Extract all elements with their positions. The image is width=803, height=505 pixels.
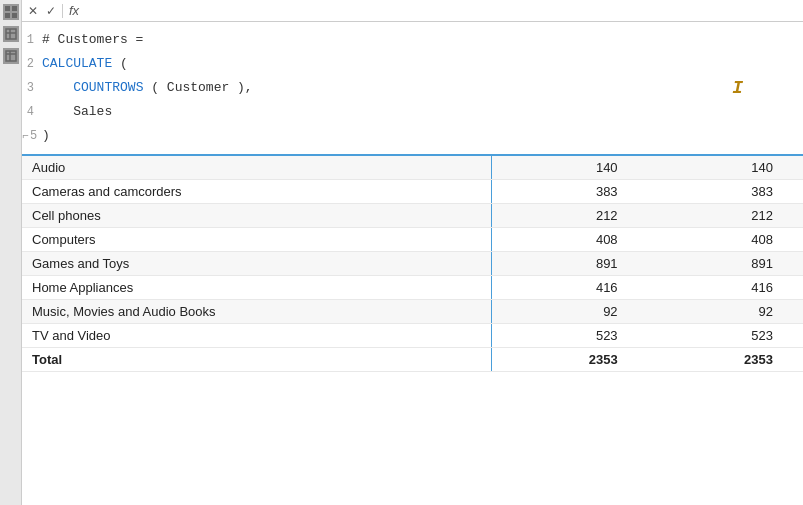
svg-rect-4 bbox=[6, 29, 16, 39]
svg-rect-7 bbox=[6, 51, 16, 61]
category-cell: TV and Video bbox=[22, 324, 491, 348]
line-num-3: 3 bbox=[22, 78, 42, 98]
col2-cell: 891 bbox=[491, 252, 648, 276]
col2-cell: 92 bbox=[491, 300, 648, 324]
svg-rect-1 bbox=[12, 6, 17, 11]
table-row: Music, Movies and Audio Books 92 92 bbox=[22, 300, 803, 324]
line3-rest: ( Customer ), bbox=[143, 77, 252, 99]
cursor-marker: I bbox=[732, 78, 743, 98]
main-content: ✕ ✓ fx 1 # Customers = 2 CALCULATE ( 3 C… bbox=[22, 0, 803, 505]
line-num-1: 1 bbox=[22, 30, 42, 50]
formula-bar-divider bbox=[62, 4, 63, 18]
line-num-4: 4 bbox=[22, 102, 42, 122]
formula-bar: ✕ ✓ fx bbox=[22, 0, 803, 22]
col3-cell: 212 bbox=[648, 204, 803, 228]
line2-rest: ( bbox=[112, 53, 128, 75]
keyword-calculate: CALCULATE bbox=[42, 53, 112, 75]
total-row: Total 2353 2353 bbox=[22, 348, 803, 372]
code-line-1: 1 # Customers = bbox=[22, 28, 803, 52]
sidebar bbox=[0, 0, 22, 505]
data-table: Audio 140 140 Cameras and camcorders 383… bbox=[22, 156, 803, 372]
grid2-icon[interactable] bbox=[3, 26, 19, 42]
confirm-icon[interactable]: ✓ bbox=[44, 4, 58, 18]
line4-content: Sales bbox=[73, 101, 112, 123]
table-row: TV and Video 523 523 bbox=[22, 324, 803, 348]
line-bracket-5: ⌐ bbox=[22, 127, 30, 146]
code-line-4: 4 Sales bbox=[22, 100, 803, 124]
table-row: Cameras and camcorders 383 383 bbox=[22, 180, 803, 204]
table-row: Games and Toys 891 891 bbox=[22, 252, 803, 276]
col2-cell: 383 bbox=[491, 180, 648, 204]
svg-rect-2 bbox=[5, 13, 10, 18]
col3-cell: 383 bbox=[648, 180, 803, 204]
code-line-5: ⌐ 5 ) bbox=[22, 124, 803, 148]
code-line-3: 3 COUNTROWS ( Customer ), bbox=[22, 76, 803, 100]
category-cell: Cell phones bbox=[22, 204, 491, 228]
line3-indent bbox=[42, 77, 73, 99]
col2-cell: 212 bbox=[491, 204, 648, 228]
line-num-2: 2 bbox=[22, 54, 42, 74]
col3-cell: 891 bbox=[648, 252, 803, 276]
fx-icon: fx bbox=[67, 3, 81, 18]
category-cell: Cameras and camcorders bbox=[22, 180, 491, 204]
table-row: Audio 140 140 bbox=[22, 156, 803, 180]
table-row: Cell phones 212 212 bbox=[22, 204, 803, 228]
line5-content: ) bbox=[42, 125, 50, 147]
col3-cell: 523 bbox=[648, 324, 803, 348]
table-icon[interactable] bbox=[3, 48, 19, 64]
function-countrows: COUNTROWS bbox=[73, 77, 143, 99]
category-cell: Audio bbox=[22, 156, 491, 180]
table-row: Home Appliances 416 416 bbox=[22, 276, 803, 300]
total-col2: 2353 bbox=[491, 348, 648, 372]
line4-indent bbox=[42, 101, 73, 123]
data-table-container: Audio 140 140 Cameras and camcorders 383… bbox=[22, 156, 803, 505]
category-cell: Games and Toys bbox=[22, 252, 491, 276]
category-cell: Home Appliances bbox=[22, 276, 491, 300]
cancel-icon[interactable]: ✕ bbox=[26, 4, 40, 18]
col3-cell: 408 bbox=[648, 228, 803, 252]
col3-cell: 416 bbox=[648, 276, 803, 300]
grid-icon[interactable] bbox=[3, 4, 19, 20]
svg-rect-3 bbox=[12, 13, 17, 18]
total-label: Total bbox=[22, 348, 491, 372]
total-col3: 2353 bbox=[648, 348, 803, 372]
code-line-2: 2 CALCULATE ( bbox=[22, 52, 803, 76]
category-cell: Computers bbox=[22, 228, 491, 252]
col2-cell: 523 bbox=[491, 324, 648, 348]
col2-cell: 416 bbox=[491, 276, 648, 300]
col3-cell: 140 bbox=[648, 156, 803, 180]
line-content-1: # Customers = bbox=[42, 29, 143, 51]
svg-rect-0 bbox=[5, 6, 10, 11]
category-cell: Music, Movies and Audio Books bbox=[22, 300, 491, 324]
line-num-5: 5 bbox=[30, 126, 42, 146]
table-row: Computers 408 408 bbox=[22, 228, 803, 252]
col2-cell: 408 bbox=[491, 228, 648, 252]
code-editor[interactable]: 1 # Customers = 2 CALCULATE ( 3 COUNTROW… bbox=[22, 22, 803, 156]
col3-cell: 92 bbox=[648, 300, 803, 324]
col2-cell: 140 bbox=[491, 156, 648, 180]
